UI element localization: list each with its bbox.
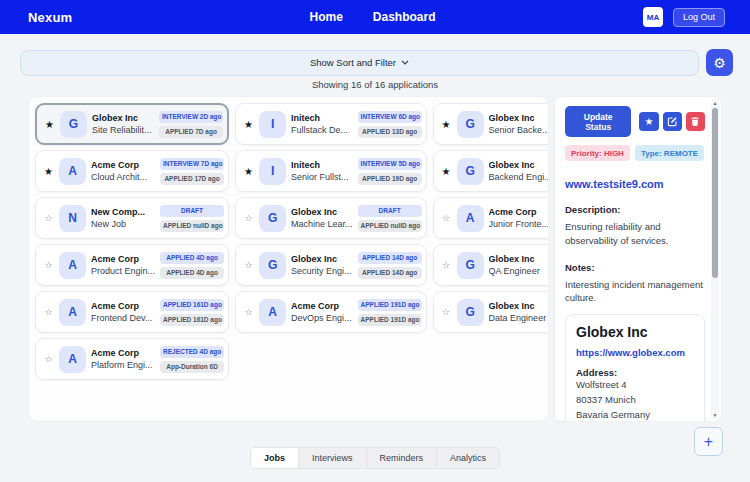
favorite-button[interactable]: ★ xyxy=(639,112,658,131)
company-website-link[interactable]: https://www.globex.com xyxy=(576,347,694,358)
status-badge: APPLIED 191D ago xyxy=(358,299,422,311)
meta-badge: APPLIED 4D ago xyxy=(160,267,224,279)
favorite-star-icon[interactable]: ☆ xyxy=(43,354,54,364)
meta-badge: APPLIED 161D ago xyxy=(160,314,224,326)
card-badges: APPLIED 191D ago APPLIED 191D ago xyxy=(358,299,422,326)
application-card-11[interactable]: ☆ G Globex Inc Security Engi... APPLIED … xyxy=(235,244,427,286)
priority-badge: Priority: HIGH xyxy=(565,145,630,161)
meta-badge: APPLIED 17D ago xyxy=(160,173,224,185)
application-card-7[interactable]: ☆ N New Comp... New Job DRAFT APPLIED nu… xyxy=(35,197,229,239)
scrollbar-thumb[interactable] xyxy=(712,108,718,278)
job-website-link[interactable]: www.testsite9.com xyxy=(565,178,705,190)
tab-analytics[interactable]: Analytics xyxy=(437,448,499,468)
update-status-button[interactable]: Update Status xyxy=(565,106,631,137)
application-card-3[interactable]: ★ G Globex Inc Senior Backe... INTERVIEW… xyxy=(433,103,549,145)
status-badge: INTERVIEW 7D ago xyxy=(160,158,224,170)
application-card-13[interactable]: ☆ A Acme Corp Frontend Dev... APPLIED 16… xyxy=(35,291,229,333)
favorite-star-icon[interactable]: ★ xyxy=(441,166,452,177)
company-name: Globex Inc xyxy=(92,113,154,123)
card-badges: DRAFT APPLIED nullD ago xyxy=(160,205,224,232)
user-avatar[interactable]: MA xyxy=(643,7,663,27)
details-scrollbar[interactable]: ▲ ▼ xyxy=(711,99,719,419)
favorite-star-icon[interactable]: ☆ xyxy=(243,260,254,270)
settings-button[interactable]: ⚙ xyxy=(706,49,733,76)
company-avatar: A xyxy=(59,299,86,326)
application-card-9[interactable]: ☆ A Acme Corp Junior Fronte... DRAFT APP… xyxy=(433,197,549,239)
scroll-up-icon[interactable]: ▲ xyxy=(711,100,719,106)
application-card-8[interactable]: ☆ G Globex Inc Machine Lear... DRAFT APP… xyxy=(235,197,427,239)
favorite-star-icon[interactable]: ☆ xyxy=(441,260,452,270)
nav-home[interactable]: Home xyxy=(309,10,342,24)
company-avatar: A xyxy=(59,346,86,373)
status-badge: APPLIED 14D ago xyxy=(358,252,422,264)
card-text: Globex Inc Machine Lear... xyxy=(291,207,353,229)
card-badges: INTERVIEW 6D ago APPLIED 13D ago xyxy=(358,111,422,138)
status-badge: APPLIED 4D ago xyxy=(160,252,224,264)
trash-icon xyxy=(690,116,700,127)
application-card-2[interactable]: ★ I Initech Fullstack De... INTERVIEW 6D… xyxy=(235,103,427,145)
applications-grid: ★ G Globex Inc Site Reliabilit... INTERV… xyxy=(28,96,549,422)
status-badge: APPLIED 161D ago xyxy=(160,299,224,311)
tab-reminders[interactable]: Reminders xyxy=(367,448,438,468)
delete-button[interactable] xyxy=(686,112,705,131)
job-title: Data Engineer xyxy=(489,313,549,323)
favorite-star-icon[interactable]: ☆ xyxy=(43,307,54,317)
favorite-star-icon[interactable]: ★ xyxy=(441,119,452,130)
card-badges: APPLIED 14D ago APPLIED 14D ago xyxy=(358,252,422,279)
application-card-5[interactable]: ★ I Initech Senior Fullst... INTERVIEW 5… xyxy=(235,150,427,192)
top-bar: Nexum Home Dashboard MA Log Out xyxy=(0,0,750,34)
card-badges: INTERVIEW 7D ago APPLIED 17D ago xyxy=(160,158,224,185)
nav-dashboard[interactable]: Dashboard xyxy=(373,10,436,24)
sort-filter-toggle[interactable]: Show Sort and Filter xyxy=(20,50,699,76)
application-card-4[interactable]: ★ A Acme Corp Cloud Archit... INTERVIEW … xyxy=(35,150,229,192)
favorite-star-icon[interactable]: ☆ xyxy=(441,213,452,223)
edit-button[interactable] xyxy=(663,112,682,131)
tabs-group: Jobs Interviews Reminders Analytics xyxy=(250,447,500,469)
status-badge: DRAFT xyxy=(358,205,422,217)
logout-button[interactable]: Log Out xyxy=(673,8,725,27)
favorite-star-icon[interactable]: ☆ xyxy=(243,307,254,317)
card-badges: APPLIED 161D ago APPLIED 161D ago xyxy=(160,299,224,326)
company-avatar: A xyxy=(59,158,86,185)
company-avatar: I xyxy=(259,111,286,138)
favorite-star-icon[interactable]: ☆ xyxy=(441,307,452,317)
tab-interviews[interactable]: Interviews xyxy=(299,448,367,468)
application-card-16[interactable]: ☆ A Acme Corp Platform Engi... REJECTED … xyxy=(35,338,229,380)
company-avatar: A xyxy=(259,299,286,326)
gear-icon: ⚙ xyxy=(713,56,726,70)
application-card-1[interactable]: ★ G Globex Inc Site Reliabilit... INTERV… xyxy=(35,103,229,145)
company-name: Globex Inc xyxy=(489,301,549,311)
meta-badge: APPLIED nullD ago xyxy=(358,220,422,232)
company-name: Acme Corp xyxy=(91,160,155,170)
favorite-star-icon[interactable]: ☆ xyxy=(43,260,54,270)
company-name: Initech xyxy=(291,113,353,123)
job-title: Cloud Archit... xyxy=(91,172,155,182)
card-badges: INTERVIEW 5D ago APPLIED 19D ago xyxy=(358,158,422,185)
application-card-6[interactable]: ★ G Globex Inc Backend Engi... REJECTED … xyxy=(433,150,549,192)
company-avatar: N xyxy=(59,205,86,232)
favorite-star-icon[interactable]: ☆ xyxy=(43,213,54,223)
favorite-star-icon[interactable]: ★ xyxy=(243,119,254,130)
job-title: New Job xyxy=(91,219,155,229)
application-card-14[interactable]: ☆ A Acme Corp DevOps Engi... APPLIED 191… xyxy=(235,291,427,333)
application-card-10[interactable]: ☆ A Acme Corp Product Engin... APPLIED 4… xyxy=(35,244,229,286)
favorite-star-icon[interactable]: ★ xyxy=(43,166,54,177)
company-name: New Comp... xyxy=(91,207,155,217)
scroll-down-icon[interactable]: ▼ xyxy=(711,412,719,418)
company-name: Acme Corp xyxy=(91,301,155,311)
tab-jobs[interactable]: Jobs xyxy=(251,448,299,468)
favorite-star-icon[interactable]: ★ xyxy=(44,119,55,130)
meta-badge: APPLIED nullD ago xyxy=(160,220,224,232)
edit-icon xyxy=(667,116,678,127)
add-application-button[interactable]: + xyxy=(694,427,723,456)
notes-text: Interesting incident management culture. xyxy=(565,278,705,306)
job-title: Senior Fullst... xyxy=(291,172,353,182)
bottom-tabs: Jobs Interviews Reminders Analytics xyxy=(0,447,750,469)
favorite-star-icon[interactable]: ★ xyxy=(243,166,254,177)
status-badge: INTERVIEW 6D ago xyxy=(358,111,422,123)
company-avatar: G xyxy=(457,158,484,185)
application-card-15[interactable]: ☆ G Globex Inc Data Engineer REJECTED 2D… xyxy=(433,291,549,333)
company-avatar: G xyxy=(60,111,87,138)
favorite-star-icon[interactable]: ☆ xyxy=(243,213,254,223)
application-card-12[interactable]: ☆ G Globex Inc QA Engineer APPLIED 66D a… xyxy=(433,244,549,286)
